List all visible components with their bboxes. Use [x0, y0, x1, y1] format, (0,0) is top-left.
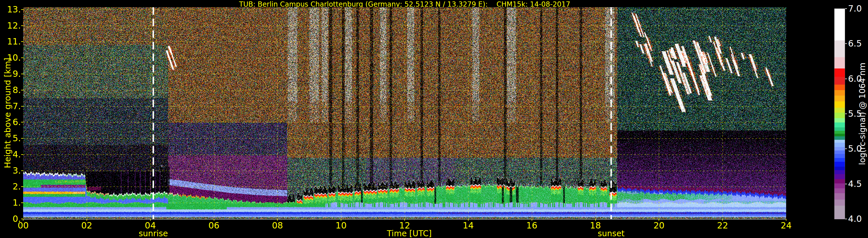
- colorbar-segment: [834, 154, 845, 158]
- heatmap-canvas: [23, 7, 786, 219]
- colorbar-segment: [834, 131, 845, 133]
- y-tick-mark: [21, 26, 23, 26]
- colorbar-segment: [834, 150, 845, 154]
- y-tick-label: 1.: [0, 198, 21, 208]
- x-axis-label: Time [UTC]: [366, 229, 453, 238]
- colorbar-segment: [834, 107, 845, 113]
- y-tick-mark: [21, 41, 23, 42]
- y-tick-label: 11.: [0, 37, 21, 46]
- colorbar-segment: [834, 96, 845, 101]
- colorbar-tick-mark: [845, 184, 847, 184]
- x-tick-mark: [722, 219, 723, 221]
- y-tick-label: 10.: [0, 53, 21, 63]
- colorbar-tick-label: 6.5: [848, 39, 868, 48]
- y-tick-mark: [21, 122, 23, 123]
- y-tick-label: 9.: [0, 69, 21, 79]
- y-tick-mark: [21, 170, 23, 171]
- y-tick-label: 3.: [0, 166, 21, 176]
- colorbar-segment: [834, 57, 845, 68]
- x-tick-mark: [277, 219, 278, 221]
- colorbar-segment: [834, 158, 845, 162]
- colorbar-segment: [834, 162, 845, 167]
- x-tick-label: 06: [203, 220, 226, 231]
- x-tick-label: 22: [711, 220, 734, 231]
- x-tick-mark: [23, 219, 24, 221]
- colorbar-segment: [834, 179, 845, 183]
- colorbar-segment: [834, 76, 845, 84]
- colorbar-segment: [834, 112, 845, 118]
- y-tick-label: 6.: [0, 117, 21, 127]
- x-tick-mark: [659, 219, 659, 221]
- x-tick-label: 24: [775, 220, 798, 231]
- x-tick-label: 02: [75, 220, 98, 231]
- colorbar-tick-mark: [845, 219, 847, 219]
- colorbar-tick-label: 7.0: [848, 4, 868, 13]
- x-tick-mark: [150, 219, 151, 221]
- colorbar-segment: [834, 136, 845, 140]
- colorbar-segment: [834, 40, 845, 57]
- y-tick-label: 7.: [0, 101, 21, 111]
- colorbar-tick-mark: [845, 78, 847, 79]
- x-tick-mark: [214, 219, 214, 221]
- y-tick-mark: [21, 90, 23, 91]
- plot-area: [23, 7, 786, 219]
- x-tick-label: 10: [330, 220, 352, 231]
- colorbar-segment: [834, 127, 845, 131]
- x-tick-label: 00: [11, 220, 35, 231]
- y-tick-mark: [21, 74, 23, 74]
- colorbar-segment: [834, 140, 845, 143]
- colorbar-segment: [834, 90, 845, 96]
- colorbar-segment: [834, 183, 845, 188]
- colorbar-segment: [834, 147, 845, 150]
- y-tick-label: 5.: [0, 133, 21, 143]
- colorbar-segment: [834, 199, 845, 206]
- colorbar-segment: [834, 68, 845, 77]
- colorbar-tick-mark: [845, 8, 847, 9]
- colorbar-segment: [834, 170, 845, 174]
- colorbar-segment: [834, 206, 845, 219]
- x-tick-label: 16: [520, 220, 544, 231]
- y-tick-mark: [21, 138, 23, 139]
- y-tick-label: 13.: [0, 5, 21, 14]
- x-tick-label: 08: [266, 220, 289, 231]
- sun-annotation-sunset: sunset: [582, 229, 640, 238]
- colorbar-label: log(rc-signal) @ 1064 nm: [858, 63, 867, 165]
- colorbar: [834, 9, 845, 219]
- y-tick-label: 4.: [0, 149, 21, 160]
- x-tick-mark: [532, 219, 532, 221]
- colorbar-segment: [834, 9, 845, 40]
- colorbar-tick-mark: [845, 148, 847, 149]
- colorbar-segment: [834, 188, 845, 193]
- y-tick-mark: [21, 186, 23, 187]
- x-tick-label: 14: [457, 220, 480, 231]
- x-tick-mark: [468, 219, 469, 221]
- colorbar-tick-mark: [845, 43, 847, 44]
- x-tick-mark: [786, 219, 786, 221]
- y-tick-label: 2.: [0, 182, 21, 192]
- y-tick-mark: [21, 9, 23, 10]
- x-tick-label: 20: [647, 220, 671, 231]
- colorbar-segment: [834, 133, 845, 136]
- y-tick-label: 8.: [0, 85, 21, 95]
- y-tick-mark: [21, 154, 23, 155]
- colorbar-segment: [834, 84, 845, 90]
- colorbar-segment: [834, 118, 845, 123]
- x-tick-mark: [341, 219, 341, 221]
- x-tick-mark: [87, 219, 87, 221]
- y-tick-mark: [21, 58, 23, 58]
- x-tick-mark: [404, 219, 405, 221]
- y-tick-mark: [21, 202, 23, 203]
- colorbar-segment: [834, 142, 845, 147]
- sun-annotation-sunrise: sunrise: [124, 229, 182, 238]
- y-tick-mark: [21, 106, 23, 107]
- colorbar-tick-label: 4.5: [848, 179, 868, 189]
- colorbar-segment: [834, 193, 845, 199]
- colorbar-segment: [834, 166, 845, 170]
- x-tick-mark: [595, 219, 596, 221]
- colorbar-segment: [834, 174, 845, 179]
- y-tick-label: 12.: [0, 21, 21, 31]
- colorbar-tick-label: 4.0: [848, 214, 868, 224]
- colorbar-segment: [834, 101, 845, 107]
- colorbar-segment: [834, 122, 845, 127]
- colorbar-tick-mark: [845, 113, 847, 114]
